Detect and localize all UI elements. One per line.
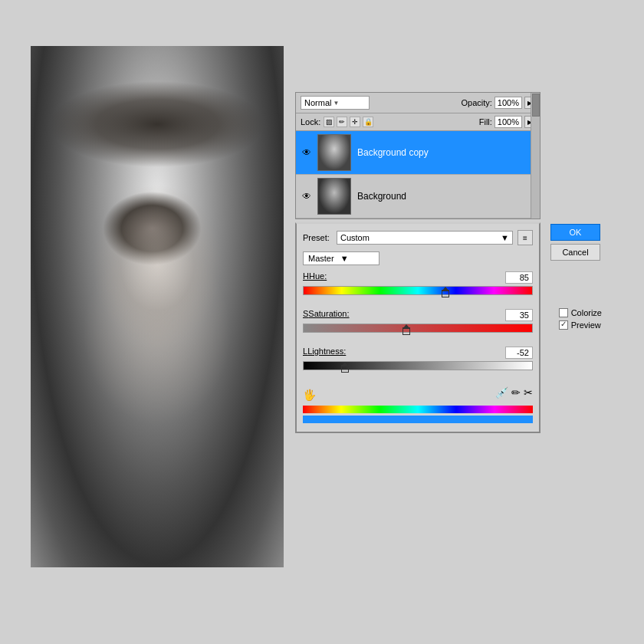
hue-value[interactable]: 85 xyxy=(505,271,533,284)
hue-label-row: HHue: 85 xyxy=(303,271,533,284)
blend-mode-arrow: ▼ xyxy=(333,100,339,107)
layer-name-background-copy: Background copy xyxy=(357,147,429,158)
layer-thumb-img-copy xyxy=(318,135,350,170)
lightness-value[interactable]: -52 xyxy=(505,347,533,359)
saturation-value[interactable]: 35 xyxy=(505,309,533,321)
eyedropper-subtract-icon[interactable]: ✂ xyxy=(524,386,533,399)
hue-track-wrap xyxy=(303,286,533,301)
blend-mode-value: Normal xyxy=(304,98,331,107)
preview-row: Preview xyxy=(559,320,602,330)
lightness-handle[interactable] xyxy=(341,365,349,373)
saturation-label: SSaturation: xyxy=(303,309,350,321)
channel-arrow: ▼ xyxy=(340,254,349,263)
channel-dropdown[interactable]: Master ▼ xyxy=(303,251,380,265)
eyedropper-row: 💉 ✏ ✂ xyxy=(495,386,533,399)
preset-label: Preset: xyxy=(303,233,332,242)
face-overlay xyxy=(31,46,284,567)
hue-handle[interactable] xyxy=(442,290,449,297)
spectrum-bars xyxy=(303,406,533,423)
spectrum-result-bar xyxy=(303,416,533,423)
photoshop-panels: Normal ▼ Opacity: 100% ▶ Lock: ▨ ✏ ✛ 🔒 F… xyxy=(295,92,540,433)
saturation-slider-row: SSaturation: 35 xyxy=(303,309,533,339)
hue-track[interactable] xyxy=(303,286,533,295)
lock-position-btn[interactable]: ✛ xyxy=(350,117,360,127)
eyedropper-add-icon[interactable]: ✏ xyxy=(511,386,521,399)
preset-value: Custom xyxy=(340,233,370,242)
blend-mode-dropdown[interactable]: Normal ▼ xyxy=(301,96,370,110)
saturation-handle[interactable] xyxy=(402,327,410,335)
layer-visibility-background-copy[interactable]: 👁 xyxy=(301,146,313,159)
colorize-row: Colorize xyxy=(559,308,602,317)
scrollbar-thumb[interactable] xyxy=(532,94,540,117)
hue-label: HHue: xyxy=(303,271,327,284)
saturation-track[interactable] xyxy=(303,324,533,333)
lightness-slider-row: LLightness: -52 xyxy=(303,347,533,376)
layers-lock-row: Lock: ▨ ✏ ✛ 🔒 Fill: 100% ▶ xyxy=(296,113,540,131)
bottom-icons: 🖐 xyxy=(303,389,316,401)
ok-cancel-column: OK Cancel xyxy=(550,224,600,261)
preset-row: Preset: Custom ▼ ≡ xyxy=(303,230,533,245)
opacity-section: Opacity: 100% ▶ xyxy=(462,97,536,109)
lightness-label-row: LLightness: -52 xyxy=(303,347,533,359)
checkbox-area: Colorize Preview xyxy=(559,308,602,330)
eyedropper-icon[interactable]: 💉 xyxy=(495,386,508,399)
layer-item-background[interactable]: 👁 Background xyxy=(296,175,540,219)
preview-checkbox[interactable] xyxy=(559,320,568,330)
preview-label: Preview xyxy=(571,320,601,330)
cancel-button[interactable]: Cancel xyxy=(550,244,600,261)
lightness-track-wrap xyxy=(303,361,533,376)
fill-section: Fill: 100% ▶ xyxy=(479,116,535,128)
lock-image-btn[interactable]: ✏ xyxy=(337,117,347,127)
lock-icons: ▨ ✏ ✛ 🔒 xyxy=(324,117,373,127)
layer-name-background: Background xyxy=(357,191,406,202)
colorize-checkbox[interactable] xyxy=(559,308,568,317)
spectrum-rainbow-bar xyxy=(303,406,533,413)
canvas-area xyxy=(31,46,284,567)
lock-label: Lock: xyxy=(301,117,320,127)
layer-thumb-background-copy xyxy=(317,134,351,171)
preset-options-btn[interactable]: ≡ xyxy=(518,230,533,245)
layers-header: Normal ▼ Opacity: 100% ▶ xyxy=(296,93,540,113)
hue-slider-row: HHue: 85 xyxy=(303,271,533,301)
channel-row: Master ▼ xyxy=(303,251,533,265)
lock-transparent-btn[interactable]: ▨ xyxy=(324,117,334,127)
ok-button[interactable]: OK xyxy=(550,224,600,241)
lock-all-btn[interactable]: 🔒 xyxy=(363,117,373,127)
layers-scrollbar[interactable] xyxy=(531,93,540,219)
opacity-value[interactable]: 100% xyxy=(495,97,522,109)
saturation-track-wrap xyxy=(303,324,533,339)
lightness-track[interactable] xyxy=(303,361,533,370)
layer-visibility-background[interactable]: 👁 xyxy=(301,190,313,202)
layers-panel: Normal ▼ Opacity: 100% ▶ Lock: ▨ ✏ ✛ 🔒 F… xyxy=(295,92,540,219)
preset-dropdown[interactable]: Custom ▼ xyxy=(337,231,513,245)
saturation-label-row: SSaturation: 35 xyxy=(303,309,533,321)
lightness-label: LLightness: xyxy=(303,347,346,359)
channel-value: Master xyxy=(308,254,334,263)
hue-saturation-dialog: OK Cancel Preset: Custom ▼ ≡ Master ▼ HH… xyxy=(295,222,540,433)
opacity-label: Opacity: xyxy=(462,98,492,107)
fill-label: Fill: xyxy=(479,117,492,127)
colorize-label: Colorize xyxy=(571,308,602,317)
preset-dropdown-arrow: ▼ xyxy=(501,233,509,242)
layer-item-background-copy[interactable]: 👁 Background copy xyxy=(296,131,540,175)
fill-value[interactable]: 100% xyxy=(495,116,522,128)
layer-thumb-background xyxy=(317,178,351,215)
layer-thumb-img-bg xyxy=(318,179,350,214)
hand-tool-icon[interactable]: 🖐 xyxy=(303,389,316,401)
